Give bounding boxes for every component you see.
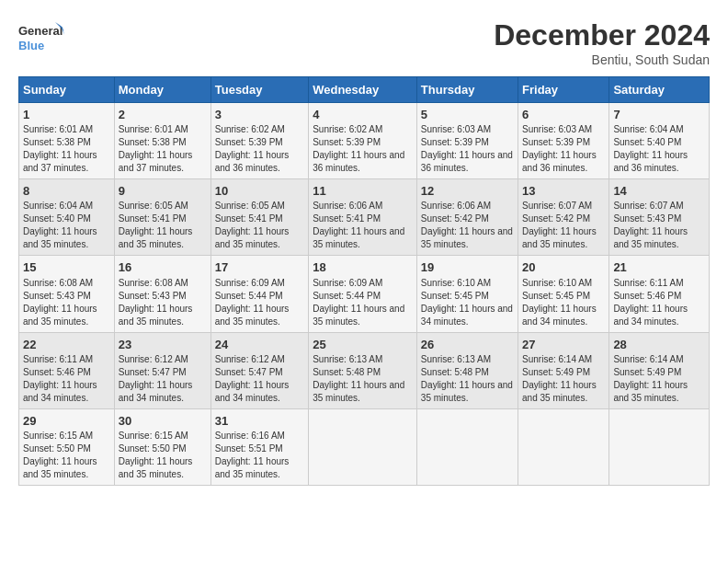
day-cell: 18Sunrise: 6:09 AMSunset: 5:44 PMDayligh… <box>309 256 417 332</box>
day-info: Sunrise: 6:06 AMSunset: 5:42 PMDaylight:… <box>421 200 514 251</box>
day-cell: 11Sunrise: 6:06 AMSunset: 5:41 PMDayligh… <box>309 179 417 256</box>
main-title: December 2024 <box>494 18 710 52</box>
day-number: 17 <box>215 259 304 276</box>
day-number: 1 <box>23 107 110 123</box>
header-wednesday: Wednesday <box>309 77 417 103</box>
day-cell: 24Sunrise: 6:12 AMSunset: 5:47 PMDayligh… <box>210 332 308 408</box>
day-number: 16 <box>119 259 207 276</box>
day-info: Sunrise: 6:02 AMSunset: 5:39 PMDaylight:… <box>215 123 304 175</box>
day-info: Sunrise: 6:09 AMSunset: 5:44 PMDaylight:… <box>215 277 304 328</box>
day-cell: 30Sunrise: 6:15 AMSunset: 5:50 PMDayligh… <box>114 408 210 485</box>
logo-bird-icon: General Blue <box>18 18 64 60</box>
day-number: 18 <box>313 259 413 276</box>
day-number: 29 <box>23 413 110 430</box>
day-number: 9 <box>119 183 207 200</box>
day-info: Sunrise: 6:07 AMSunset: 5:43 PMDaylight:… <box>613 200 705 251</box>
day-cell: 5Sunrise: 6:03 AMSunset: 5:39 PMDaylight… <box>416 103 518 179</box>
day-cell: 26Sunrise: 6:13 AMSunset: 5:48 PMDayligh… <box>416 332 518 408</box>
header-saturday: Saturday <box>609 77 710 103</box>
day-number: 25 <box>313 337 413 353</box>
day-cell: 23Sunrise: 6:12 AMSunset: 5:47 PMDayligh… <box>114 332 210 408</box>
day-cell: 12Sunrise: 6:06 AMSunset: 5:42 PMDayligh… <box>416 179 518 256</box>
day-cell: 25Sunrise: 6:13 AMSunset: 5:48 PMDayligh… <box>309 332 417 408</box>
day-info: Sunrise: 6:03 AMSunset: 5:39 PMDaylight:… <box>421 123 514 175</box>
day-cell: 21Sunrise: 6:11 AMSunset: 5:46 PMDayligh… <box>609 256 710 332</box>
header-friday: Friday <box>518 77 609 103</box>
day-cell <box>309 408 417 485</box>
day-info: Sunrise: 6:02 AMSunset: 5:39 PMDaylight:… <box>313 123 413 175</box>
svg-text:General: General <box>18 24 63 38</box>
svg-text:Blue: Blue <box>18 39 44 52</box>
day-cell: 3Sunrise: 6:02 AMSunset: 5:39 PMDaylight… <box>210 103 308 179</box>
day-info: Sunrise: 6:13 AMSunset: 5:48 PMDaylight:… <box>313 353 413 405</box>
day-info: Sunrise: 6:13 AMSunset: 5:48 PMDaylight:… <box>421 353 514 405</box>
day-info: Sunrise: 6:12 AMSunset: 5:47 PMDaylight:… <box>215 353 304 405</box>
day-number: 11 <box>313 183 413 200</box>
day-info: Sunrise: 6:06 AMSunset: 5:41 PMDaylight:… <box>313 200 413 251</box>
day-cell: 13Sunrise: 6:07 AMSunset: 5:42 PMDayligh… <box>518 179 609 256</box>
day-info: Sunrise: 6:03 AMSunset: 5:39 PMDaylight:… <box>522 123 605 175</box>
day-info: Sunrise: 6:04 AMSunset: 5:40 PMDaylight:… <box>613 123 705 175</box>
day-cell: 17Sunrise: 6:09 AMSunset: 5:44 PMDayligh… <box>210 256 308 332</box>
day-number: 10 <box>215 183 304 200</box>
day-number: 4 <box>313 107 413 123</box>
day-info: Sunrise: 6:08 AMSunset: 5:43 PMDaylight:… <box>23 277 110 328</box>
day-cell: 2Sunrise: 6:01 AMSunset: 5:38 PMDaylight… <box>114 103 210 179</box>
day-number: 13 <box>522 183 605 200</box>
week-row-2: 8Sunrise: 6:04 AMSunset: 5:40 PMDaylight… <box>19 179 710 256</box>
day-cell: 14Sunrise: 6:07 AMSunset: 5:43 PMDayligh… <box>609 179 710 256</box>
day-number: 28 <box>613 337 705 353</box>
calendar-table: SundayMondayTuesdayWednesdayThursdayFrid… <box>18 76 710 486</box>
day-number: 14 <box>613 183 705 200</box>
page-header: General Blue December 2024 Bentiu, South… <box>18 18 710 67</box>
day-info: Sunrise: 6:05 AMSunset: 5:41 PMDaylight:… <box>119 200 207 251</box>
day-info: Sunrise: 6:01 AMSunset: 5:38 PMDaylight:… <box>119 123 207 175</box>
day-number: 15 <box>23 259 110 276</box>
day-cell: 29Sunrise: 6:15 AMSunset: 5:50 PMDayligh… <box>19 408 115 485</box>
day-number: 30 <box>119 413 207 430</box>
day-cell: 6Sunrise: 6:03 AMSunset: 5:39 PMDaylight… <box>518 103 609 179</box>
day-cell: 1Sunrise: 6:01 AMSunset: 5:38 PMDaylight… <box>19 103 115 179</box>
day-cell <box>416 408 518 485</box>
header-row: SundayMondayTuesdayWednesdayThursdayFrid… <box>19 77 710 103</box>
day-info: Sunrise: 6:12 AMSunset: 5:47 PMDaylight:… <box>119 353 207 405</box>
day-cell: 4Sunrise: 6:02 AMSunset: 5:39 PMDaylight… <box>309 103 417 179</box>
day-cell <box>518 408 609 485</box>
title-section: December 2024 Bentiu, South Sudan <box>494 18 710 67</box>
day-number: 26 <box>421 337 514 353</box>
day-number: 6 <box>522 107 605 123</box>
week-row-1: 1Sunrise: 6:01 AMSunset: 5:38 PMDaylight… <box>19 103 710 179</box>
day-info: Sunrise: 6:07 AMSunset: 5:42 PMDaylight:… <box>522 200 605 251</box>
day-cell: 28Sunrise: 6:14 AMSunset: 5:49 PMDayligh… <box>609 332 710 408</box>
day-number: 19 <box>421 259 514 276</box>
day-info: Sunrise: 6:10 AMSunset: 5:45 PMDaylight:… <box>522 277 605 328</box>
day-info: Sunrise: 6:01 AMSunset: 5:38 PMDaylight:… <box>23 123 110 175</box>
day-info: Sunrise: 6:14 AMSunset: 5:49 PMDaylight:… <box>522 353 605 405</box>
day-info: Sunrise: 6:15 AMSunset: 5:50 PMDaylight:… <box>23 430 110 481</box>
day-number: 2 <box>119 107 207 123</box>
week-row-4: 22Sunrise: 6:11 AMSunset: 5:46 PMDayligh… <box>19 332 710 408</box>
day-cell: 27Sunrise: 6:14 AMSunset: 5:49 PMDayligh… <box>518 332 609 408</box>
day-cell: 20Sunrise: 6:10 AMSunset: 5:45 PMDayligh… <box>518 256 609 332</box>
day-info: Sunrise: 6:08 AMSunset: 5:43 PMDaylight:… <box>119 277 207 328</box>
day-cell: 7Sunrise: 6:04 AMSunset: 5:40 PMDaylight… <box>609 103 710 179</box>
day-cell: 10Sunrise: 6:05 AMSunset: 5:41 PMDayligh… <box>210 179 308 256</box>
day-info: Sunrise: 6:11 AMSunset: 5:46 PMDaylight:… <box>613 277 705 328</box>
day-number: 21 <box>613 259 705 276</box>
day-number: 22 <box>23 337 110 353</box>
week-row-5: 29Sunrise: 6:15 AMSunset: 5:50 PMDayligh… <box>19 408 710 485</box>
day-info: Sunrise: 6:09 AMSunset: 5:44 PMDaylight:… <box>313 277 413 328</box>
day-cell: 31Sunrise: 6:16 AMSunset: 5:51 PMDayligh… <box>210 408 308 485</box>
day-info: Sunrise: 6:16 AMSunset: 5:51 PMDaylight:… <box>215 430 304 481</box>
day-number: 3 <box>215 107 304 123</box>
day-cell: 19Sunrise: 6:10 AMSunset: 5:45 PMDayligh… <box>416 256 518 332</box>
day-cell <box>609 408 710 485</box>
logo: General Blue <box>18 18 64 60</box>
day-info: Sunrise: 6:14 AMSunset: 5:49 PMDaylight:… <box>613 353 705 405</box>
day-number: 31 <box>215 413 304 430</box>
day-number: 27 <box>522 337 605 353</box>
day-info: Sunrise: 6:10 AMSunset: 5:45 PMDaylight:… <box>421 277 514 328</box>
week-row-3: 15Sunrise: 6:08 AMSunset: 5:43 PMDayligh… <box>19 256 710 332</box>
day-cell: 16Sunrise: 6:08 AMSunset: 5:43 PMDayligh… <box>114 256 210 332</box>
day-number: 8 <box>23 183 110 200</box>
